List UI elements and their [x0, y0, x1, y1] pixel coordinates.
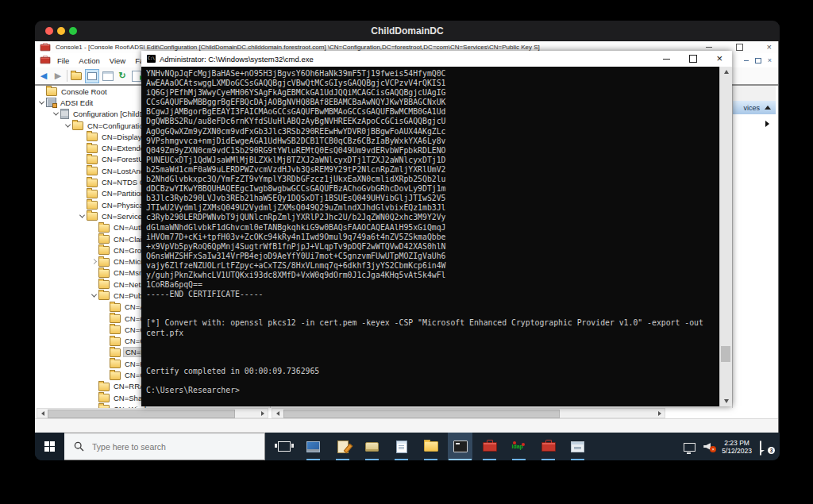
- search-input[interactable]: [91, 441, 252, 452]
- running-indicator: [306, 459, 320, 460]
- folder-icon: [72, 121, 83, 130]
- tree-expander-icon[interactable]: [63, 124, 72, 128]
- scrollbar-thumb[interactable]: [721, 346, 730, 362]
- mmc-toolbox-icon: [541, 442, 556, 452]
- start-button[interactable]: [35, 433, 64, 460]
- tree-expander-icon[interactable]: [51, 112, 60, 116]
- mmc-toolbox-icon: [483, 442, 497, 452]
- more-actions-icon[interactable]: [765, 121, 769, 127]
- file-explorer-icon: [424, 441, 438, 452]
- running-indicator: [571, 459, 584, 460]
- running-indicator: [449, 459, 472, 460]
- taskbar-search[interactable]: [64, 433, 265, 460]
- list-horizontal-scrollbar[interactable]: [272, 408, 665, 418]
- tree-expander-icon[interactable]: [37, 101, 46, 105]
- mmc-title: Console1 - [Console Root\ADSI Edit\Confi…: [56, 44, 540, 51]
- refresh-icon[interactable]: ↻: [117, 71, 128, 82]
- tree-item-label: CN=Services: [100, 212, 148, 221]
- folder-icon: [98, 394, 110, 402]
- remote-app-icon: [571, 441, 584, 452]
- running-indicator: [365, 459, 379, 460]
- taskbar-address-book-app[interactable]: [360, 433, 384, 460]
- mmc-toolbox-icon: [40, 44, 51, 50]
- cmd-minimize-button[interactable]: [663, 59, 670, 60]
- child-window-controls: ×: [744, 58, 772, 63]
- running-indicator: [424, 459, 437, 460]
- properties-list-icon[interactable]: [102, 71, 114, 82]
- child-minimize-button[interactable]: [744, 60, 749, 61]
- tree-item-label: Console Root: [60, 87, 109, 96]
- cmd-vertical-scrollbar[interactable]: [719, 67, 732, 406]
- scroll-right-icon[interactable]: [257, 409, 268, 417]
- volume-muted-icon[interactable]: ×: [703, 442, 714, 451]
- folder-icon: [110, 325, 121, 334]
- taskbar-mmc-toolbox-app[interactable]: [536, 433, 561, 460]
- screen: ChildDomainDC Console1 - [Console Root\A…: [0, 0, 813, 504]
- mac-minimize-button[interactable]: [57, 27, 65, 35]
- scrollbar-thumb[interactable]: [283, 410, 560, 418]
- cmd-maximize-button[interactable]: [689, 55, 697, 63]
- tree-horizontal-scrollbar[interactable]: [37, 408, 268, 418]
- child-close-button[interactable]: ×: [768, 59, 772, 63]
- taskbar-notepad-app[interactable]: [389, 433, 414, 460]
- scroll-up-icon[interactable]: [720, 67, 732, 77]
- search-icon: [74, 441, 84, 452]
- taskbar-ldap-tool-app[interactable]: [507, 433, 531, 460]
- folder-icon: [110, 371, 121, 380]
- folder-icon: [87, 179, 98, 187]
- mac-zoom-button[interactable]: [69, 27, 77, 35]
- taskbar-notepad-pencil-app[interactable]: [330, 433, 355, 460]
- mac-close-button[interactable]: [45, 27, 53, 35]
- menu-view[interactable]: View: [110, 56, 125, 65]
- network-icon[interactable]: [684, 443, 695, 452]
- menu-file[interactable]: File: [57, 56, 69, 65]
- collapse-icon[interactable]: [765, 106, 771, 110]
- tree-expander-icon[interactable]: [89, 260, 98, 264]
- child-restore-button[interactable]: [755, 58, 761, 63]
- mmc-statusbar: [35, 418, 778, 433]
- scroll-left-icon[interactable]: [272, 409, 283, 417]
- cmd-titlebar[interactable]: Administrator: C:\Windows\system32\cmd.e…: [141, 51, 732, 67]
- export-list-icon[interactable]: [131, 71, 142, 82]
- tree-expander-icon[interactable]: [77, 214, 87, 218]
- tree-expander-icon[interactable]: [89, 294, 98, 298]
- taskbar-file-explorer-app[interactable]: [418, 433, 443, 460]
- forward-icon[interactable]: ▶: [52, 71, 64, 82]
- scroll-right-icon[interactable]: [654, 409, 665, 417]
- taskbar-task-view-button[interactable]: [272, 433, 296, 460]
- folder-icon: [87, 156, 98, 164]
- task-view-icon: [278, 441, 291, 452]
- folder-icon: [110, 314, 121, 323]
- up-one-level-icon[interactable]: [71, 71, 82, 82]
- scrollbar-thumb[interactable]: [48, 410, 235, 418]
- folder-icon: [87, 201, 98, 210]
- command-prompt-icon: [453, 441, 468, 452]
- tree-item-label: CN=Configuration: [86, 121, 149, 130]
- taskbar-mmc-toolbox-app[interactable]: [477, 433, 502, 460]
- mmc-minimize-button[interactable]: [706, 47, 712, 48]
- running-indicator: [541, 459, 555, 460]
- action-center-icon[interactable]: 3: [760, 441, 772, 452]
- actions-pane-header[interactable]: vices: [733, 101, 776, 114]
- scroll-down-icon[interactable]: [720, 396, 732, 406]
- mmc-close-button[interactable]: ×: [767, 44, 772, 50]
- menu-action[interactable]: Action: [79, 56, 99, 65]
- running-indicator: [395, 459, 408, 460]
- show-hide-tree-icon[interactable]: [85, 69, 99, 83]
- back-icon[interactable]: ◀: [38, 71, 49, 82]
- taskbar-command-prompt-app[interactable]: [448, 433, 472, 460]
- cmd-close-button[interactable]: ×: [716, 55, 722, 63]
- taskbar-remote-app-app[interactable]: [565, 433, 590, 460]
- taskbar: × 2:23 PM 5/12/2023 3: [35, 433, 780, 460]
- scroll-left-icon[interactable]: [37, 409, 48, 417]
- mmc-restore-button[interactable]: [736, 44, 743, 51]
- notification-badge: 3: [768, 447, 775, 454]
- taskbar-server-manager-app[interactable]: [301, 433, 326, 460]
- taskbar-clock[interactable]: 2:23 PM 5/12/2023: [722, 439, 752, 455]
- folder-icon: [98, 246, 110, 255]
- cmd-title: Administrator: C:\Windows\system32\cmd.e…: [160, 55, 314, 63]
- notepad-icon: [396, 441, 407, 453]
- folder-icon: [87, 167, 98, 175]
- folder-icon: [98, 269, 110, 278]
- clock-date: 5/12/2023: [722, 447, 752, 455]
